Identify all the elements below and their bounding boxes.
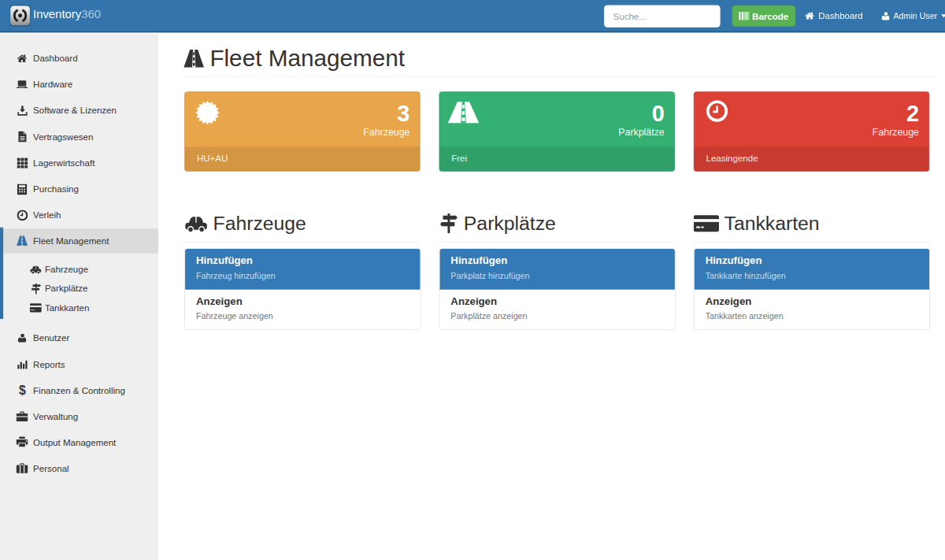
svg-text:$: $ xyxy=(19,384,26,397)
